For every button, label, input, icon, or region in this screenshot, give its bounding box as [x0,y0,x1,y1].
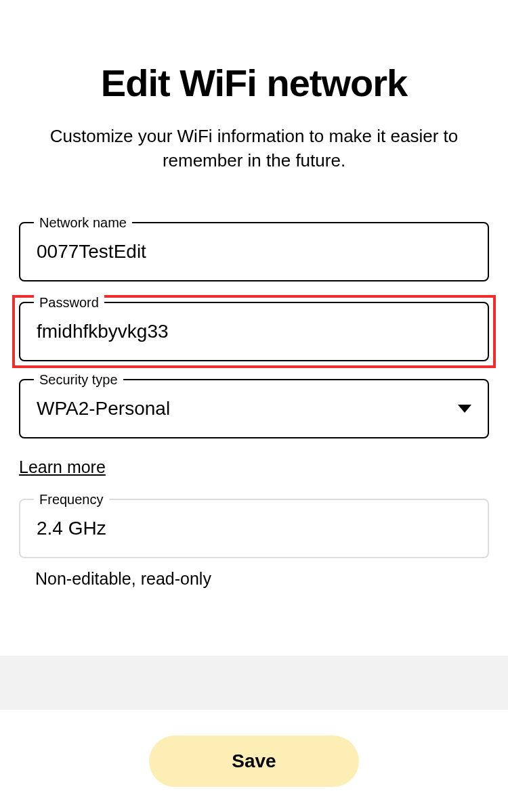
page-subtitle: Customize your WiFi information to make … [19,124,489,173]
network-name-field[interactable]: Network name [19,222,489,281]
password-field-highlight: Password [12,295,496,368]
frequency-label: Frequency [34,492,109,508]
frequency-value: 2.4 GHz [37,518,471,539]
page-title: Edit WiFi network [19,61,489,105]
security-type-field-wrap: Security type WPA2-Personal [19,379,489,438]
network-name-input[interactable] [37,241,471,263]
password-label: Password [34,295,104,311]
network-name-label: Network name [34,215,132,231]
frequency-field: Frequency 2.4 GHz [19,499,489,558]
password-input[interactable] [37,321,471,342]
password-field[interactable]: Password [19,302,489,361]
network-name-field-wrap: Network name [19,222,489,281]
frequency-field-wrap: Frequency 2.4 GHz Non-editable, read-onl… [19,499,489,589]
wifi-form: Network name Password Security type WPA2… [19,222,489,589]
learn-more-link[interactable]: Learn more [19,457,106,477]
save-button[interactable]: Save [149,736,359,787]
security-type-value: WPA2-Personal [37,398,458,420]
section-divider [0,656,508,710]
security-type-label: Security type [34,372,123,388]
security-type-field[interactable]: Security type WPA2-Personal [19,379,489,438]
chevron-down-icon [458,405,471,413]
frequency-helper: Non-editable, read-only [19,569,489,589]
